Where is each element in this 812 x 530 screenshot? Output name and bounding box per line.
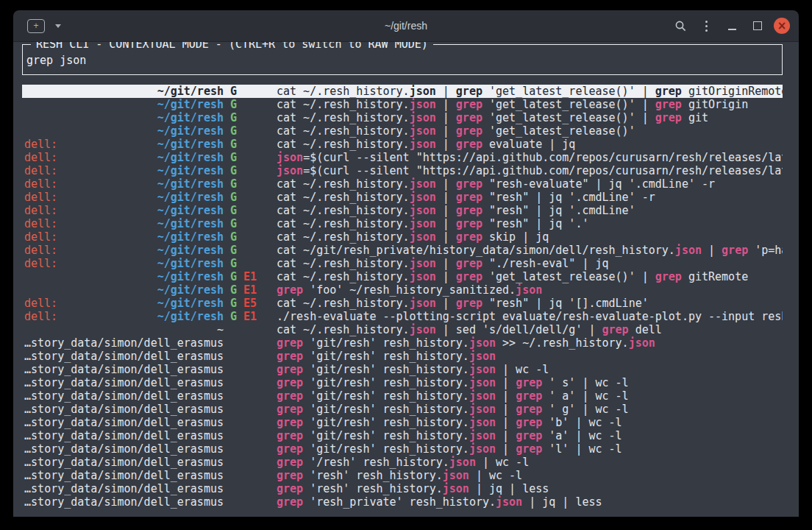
history-row[interactable]: dell:~/git/reshGcat ~/.resh_history.json… <box>22 217 783 230</box>
match-highlight: grep <box>456 138 482 151</box>
command-text: grep 'git/resh' resh_history.json | grep… <box>277 442 783 456</box>
menu-button[interactable] <box>697 15 716 36</box>
history-row[interactable]: …story_data/simon/dell_erasmusgrep 'git/… <box>22 442 783 456</box>
match-highlight: grep <box>456 204 482 217</box>
window-title: ~/git/resh <box>385 20 427 32</box>
path-label: …story_data/simon/dell_erasmus <box>24 336 224 350</box>
row-context: …story_data/simon/dell_erasmus <box>24 456 224 469</box>
resh-mode-title: RESH CLI - CONTEXTUAL MODE - (CTRL+R to … <box>31 42 433 51</box>
history-row[interactable]: ~/git/reshG E1grep 'foo' ~/resh_history_… <box>22 283 783 297</box>
match-highlight: json <box>410 98 436 111</box>
row-flags <box>224 429 277 442</box>
match-highlight: grep <box>456 270 482 283</box>
match-highlight: grep <box>456 85 482 98</box>
history-row[interactable]: …story_data/simon/dell_erasmusgrep 'git/… <box>22 416 783 429</box>
command-text: cat ~/.resh_history.json | grep 'get_lat… <box>277 124 783 138</box>
row-context: dell:~/git/resh <box>24 151 224 164</box>
history-row[interactable]: …story_data/simon/dell_erasmusgrep 'git/… <box>22 429 783 442</box>
restore-button[interactable] <box>748 15 767 36</box>
path-label: …story_data/simon/dell_erasmus <box>24 442 224 456</box>
path-label: ~/git/resh <box>157 283 224 297</box>
command-text: cat ~/.resh_history.json | grep 'get_lat… <box>277 98 783 111</box>
history-row[interactable]: dell:~/git/reshGcat ~/.resh_history.json… <box>22 257 783 270</box>
history-row[interactable]: ~/git/reshGcat ~/.resh_history.json | gr… <box>22 124 783 138</box>
minimize-icon <box>728 29 736 30</box>
match-highlight: json <box>410 177 436 191</box>
command-text: json=$(curl --silent "https://api.github… <box>277 164 783 177</box>
history-row[interactable]: ~/git/reshG E1cat ~/.resh_history.json |… <box>22 270 783 283</box>
history-row[interactable]: …story_data/simon/dell_erasmusgrep 'git/… <box>22 403 783 416</box>
git-flag: G <box>230 164 237 177</box>
match-highlight: grep <box>277 416 303 429</box>
history-row[interactable]: dell:~/git/reshG E1./resh-evaluate --plo… <box>22 310 783 323</box>
row-flags: G <box>224 217 277 230</box>
git-flag: G <box>230 257 237 270</box>
history-row[interactable]: dell:~/git/reshGcat ~/git/resh_private/h… <box>22 244 783 257</box>
row-flags <box>224 363 277 376</box>
history-row[interactable]: dell:~/git/reshGcat ~/.resh_history.json… <box>22 138 783 151</box>
new-tab-button[interactable]: + <box>26 15 46 36</box>
match-highlight: json <box>469 363 496 376</box>
history-row[interactable]: …story_data/simon/dell_erasmusgrep 'git/… <box>22 363 783 376</box>
command-text: grep 'git/resh' resh_history.json | grep… <box>277 416 783 429</box>
history-row[interactable]: dell:~/git/reshGjson=$(curl --silent "ht… <box>22 151 783 164</box>
history-row[interactable]: ~/git/reshGcat ~/.resh_history.json | gr… <box>22 98 783 111</box>
match-highlight: grep <box>655 98 682 111</box>
history-row[interactable]: …story_data/simon/dell_erasmusgrep 'resh… <box>22 495 783 509</box>
match-highlight: grep <box>456 111 482 124</box>
history-row[interactable]: ~/git/reshGcat ~/.resh_history.json | gr… <box>22 85 783 98</box>
titlebar: + ~/git/resh × <box>13 10 799 42</box>
path-label: ~/git/resh <box>157 297 224 310</box>
match-highlight: json <box>277 164 303 177</box>
row-flags: G <box>224 177 277 191</box>
match-highlight: json <box>410 270 436 283</box>
tab-dropdown-button[interactable] <box>49 15 68 36</box>
match-highlight: grep <box>277 363 303 376</box>
command-text: cat ~/.resh_history.json | grep 'get_lat… <box>277 85 783 98</box>
history-row[interactable]: ~cat ~/.resh_history.json | sed 's/dell/… <box>22 323 783 336</box>
history-row[interactable]: …story_data/simon/dell_erasmusgrep 'git/… <box>22 350 783 363</box>
match-highlight: grep <box>456 230 482 244</box>
history-row[interactable]: dell:~/git/reshGjson=$(curl --silent "ht… <box>22 164 783 177</box>
row-flags: G <box>224 98 277 111</box>
command-text: grep '/resh' resh_history.json | wc -l <box>277 456 783 469</box>
minimize-button[interactable] <box>722 15 741 36</box>
match-highlight: grep <box>456 217 482 230</box>
row-context: …story_data/simon/dell_erasmus <box>24 469 224 482</box>
path-label: ~/git/resh <box>157 98 224 111</box>
row-context: ~ <box>24 323 224 336</box>
command-text: grep 'resh_private' resh_history.json | … <box>277 495 783 509</box>
close-button[interactable]: × <box>774 18 790 34</box>
git-flag: G <box>230 85 237 98</box>
row-flags <box>224 376 277 389</box>
search-button[interactable] <box>671 15 690 36</box>
command-text: json=$(curl --silent "https://api.github… <box>277 151 783 164</box>
history-row[interactable]: …story_data/simon/dell_erasmusgrep 'git/… <box>22 376 783 389</box>
match-highlight: json <box>410 297 436 310</box>
history-row[interactable]: dell:~/git/reshGcat ~/.resh_history.json… <box>22 191 783 204</box>
row-flags: G <box>224 111 277 124</box>
history-row[interactable]: dell:~/git/reshGcat ~/.resh_history.json… <box>22 230 783 244</box>
path-label: ~/git/resh <box>157 191 224 204</box>
command-text: grep 'git/resh' resh_history.json | wc -… <box>277 363 783 376</box>
row-context: dell:~/git/resh <box>24 297 224 310</box>
path-label: …story_data/simon/dell_erasmus <box>24 350 224 363</box>
path-label: ~/git/resh <box>157 111 224 124</box>
command-text: grep 'resh' resh_history.json | jq | les… <box>277 482 783 495</box>
history-row[interactable]: …story_data/simon/dell_erasmusgrep '/res… <box>22 456 783 469</box>
match-highlight: grep <box>277 389 303 403</box>
path-label: ~/git/resh <box>157 151 224 164</box>
match-highlight: grep <box>277 469 303 482</box>
git-flag: G <box>230 230 237 244</box>
history-row[interactable]: …story_data/simon/dell_erasmusgrep 'git/… <box>22 389 783 403</box>
history-row[interactable]: dell:~/git/reshG E5cat ~/.resh_history.j… <box>22 297 783 310</box>
git-flag: G <box>230 204 237 217</box>
history-row[interactable]: …story_data/simon/dell_erasmusgrep 'resh… <box>22 469 783 482</box>
terminal-content: RESH CLI - CONTEXTUAL MODE - (CTRL+R to … <box>13 42 799 517</box>
history-row[interactable]: dell:~/git/reshGcat ~/.resh_history.json… <box>22 177 783 191</box>
history-row[interactable]: dell:~/git/reshGcat ~/.resh_history.json… <box>22 204 783 217</box>
match-highlight: json <box>410 217 436 230</box>
history-row[interactable]: …story_data/simon/dell_erasmusgrep 'git/… <box>22 336 783 350</box>
history-row[interactable]: …story_data/simon/dell_erasmusgrep 'resh… <box>22 482 783 495</box>
history-row[interactable]: ~/git/reshGcat ~/.resh_history.json | gr… <box>22 111 783 124</box>
